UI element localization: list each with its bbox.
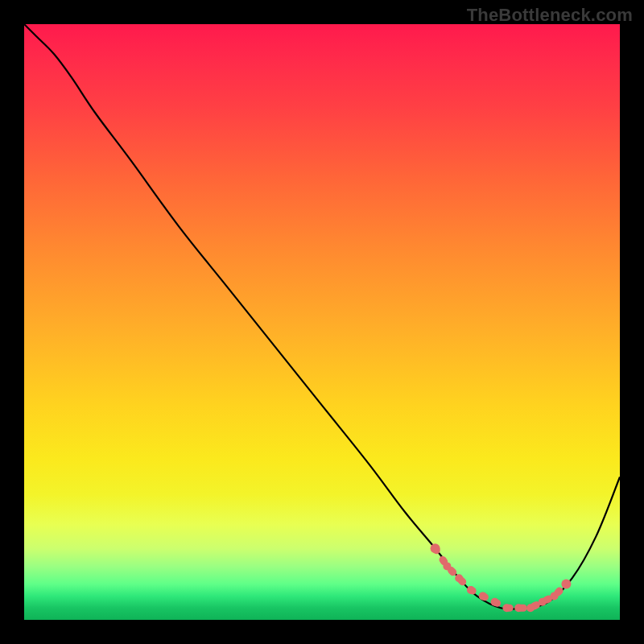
highlight-dot	[539, 598, 547, 606]
highlight-dot	[479, 592, 487, 600]
plot-area	[24, 24, 620, 620]
curve-path	[24, 24, 620, 609]
watermark-label: TheBottleneck.com	[467, 5, 633, 26]
highlight-markers	[431, 543, 572, 612]
highlight-dot	[491, 598, 499, 606]
highlight-dot	[467, 586, 475, 594]
highlight-dot	[431, 543, 440, 553]
highlight-dot	[443, 562, 451, 570]
highlight-dot	[502, 604, 510, 612]
bottleneck-curve-line	[24, 24, 620, 609]
highlight-dot	[455, 574, 463, 582]
highlight-dot	[561, 580, 571, 589]
highlight-dash	[436, 548, 567, 608]
highlight-dot	[551, 592, 559, 600]
highlight-dot	[514, 604, 522, 612]
chart-svg	[24, 24, 620, 620]
highlight-dot	[526, 604, 535, 612]
chart-frame: TheBottleneck.com	[0, 0, 644, 644]
